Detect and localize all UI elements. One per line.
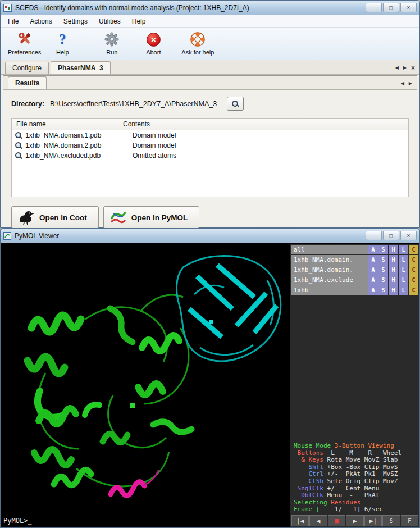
close-button[interactable]: × bbox=[400, 3, 417, 12]
object-a-menu-button[interactable]: A bbox=[368, 275, 378, 285]
lifebuoy-icon bbox=[190, 31, 206, 48]
object-name[interactable]: 1xhb_NMA.exclude bbox=[291, 275, 368, 285]
object-l-menu-button[interactable]: L bbox=[399, 285, 408, 295]
object-a-menu-button[interactable]: A bbox=[368, 255, 378, 265]
object-name[interactable]: 1xhb_NMA.domain. bbox=[291, 265, 368, 275]
question-mark-icon: ? bbox=[59, 31, 66, 48]
close-tab-icon[interactable]: × bbox=[411, 65, 415, 71]
open-in-pymol-button[interactable]: Open in PyMOL bbox=[103, 206, 200, 229]
object-s-menu-button[interactable]: S bbox=[378, 255, 388, 265]
tab-configure[interactable]: Configure bbox=[5, 62, 49, 74]
button-label: Open in PyMOL bbox=[131, 213, 188, 222]
gear-icon bbox=[104, 31, 120, 48]
scroll-left-icon[interactable]: ◀ bbox=[395, 65, 399, 71]
maximize-button[interactable]: □ bbox=[383, 3, 399, 12]
object-l-menu-button[interactable]: L bbox=[399, 275, 408, 285]
object-row: 1xhb_NMA.domain.ASHLC bbox=[291, 255, 418, 265]
results-content: Directory: B:\Users\oeffner\Tests\1XHB_2… bbox=[3, 90, 417, 229]
fullscreen-button[interactable]: F bbox=[401, 515, 418, 526]
close-icon: × bbox=[407, 4, 410, 11]
sceds-titlebar[interactable]: SCEDS - identify domains with normal mod… bbox=[1, 1, 419, 15]
table-row[interactable]: 1xhb_NMA.excluded.pdbOmitted atoms bbox=[12, 151, 408, 161]
file-name-cell: 1xhb_NMA.domain.2.pdb bbox=[25, 142, 122, 149]
mouse-mode-line[interactable]: Frame [ 1/ 1] 6/sec bbox=[294, 506, 418, 513]
pymol-command-prompt[interactable]: PyMOL>_ bbox=[3, 517, 32, 525]
sceds-app-icon bbox=[3, 4, 12, 12]
help-button[interactable]: ? Help bbox=[46, 30, 79, 57]
object-a-menu-button[interactable]: A bbox=[368, 245, 378, 254]
maximize-icon: □ bbox=[389, 4, 392, 11]
table-row[interactable]: 1xhb_NMA.domain.2.pdbDomain model bbox=[12, 140, 408, 151]
files-table-body: 1xhb_NMA.domain.1.pdbDomain model1xhb_NM… bbox=[12, 130, 408, 161]
object-s-menu-button[interactable]: S bbox=[378, 265, 388, 275]
forward-button[interactable]: ▶| bbox=[364, 515, 382, 526]
seq-toggle-button[interactable]: S bbox=[382, 515, 400, 526]
abort-button[interactable]: × Abort bbox=[137, 30, 170, 57]
mouse-mode-label: SnglClk bbox=[294, 485, 323, 492]
object-h-menu-button[interactable]: H bbox=[389, 245, 398, 254]
object-row: 1xhb_NMA.domain.ASHLC bbox=[291, 265, 418, 275]
object-l-menu-button[interactable]: L bbox=[399, 265, 408, 275]
object-c-menu-button[interactable]: C bbox=[409, 275, 418, 285]
object-s-menu-button[interactable]: S bbox=[378, 245, 388, 254]
menu-file[interactable]: File bbox=[3, 16, 24, 26]
pymol-titlebar[interactable]: PyMOL Viewer — □ × bbox=[1, 229, 419, 243]
minimize-icon: — bbox=[371, 233, 377, 239]
object-h-menu-button[interactable]: H bbox=[389, 275, 398, 285]
open-in-coot-button[interactable]: Open in Coot bbox=[11, 206, 99, 229]
menu-actions[interactable]: Actions bbox=[25, 16, 57, 26]
menu-utilities[interactable]: Utilities bbox=[94, 16, 126, 26]
object-s-menu-button[interactable]: S bbox=[378, 285, 388, 295]
object-name[interactable]: all bbox=[291, 245, 368, 254]
object-c-menu-button[interactable]: C bbox=[409, 255, 418, 265]
tab-results[interactable]: Results bbox=[8, 76, 47, 89]
maximize-button[interactable]: □ bbox=[383, 231, 399, 240]
run-button[interactable]: Run bbox=[95, 30, 128, 57]
scroll-right-icon[interactable]: ▶ bbox=[403, 65, 407, 71]
table-row[interactable]: 1xhb_NMA.domain.1.pdbDomain model bbox=[12, 130, 408, 140]
tab-phasernma-3[interactable]: PhaserNMA_3 bbox=[51, 61, 111, 74]
object-h-menu-button[interactable]: H bbox=[389, 265, 398, 275]
minimize-button[interactable]: — bbox=[366, 3, 382, 12]
pymol-3d-viewport[interactable]: PyMOL>_ bbox=[1, 244, 290, 527]
scroll-right-icon[interactable]: ▶ bbox=[409, 81, 412, 87]
minimize-button[interactable]: — bbox=[366, 231, 382, 240]
back-button[interactable]: ◀ bbox=[309, 515, 327, 526]
object-h-menu-button[interactable]: H bbox=[389, 285, 398, 295]
object-name[interactable]: 1xhb bbox=[291, 285, 368, 295]
column-header-file-name[interactable]: File name bbox=[12, 119, 118, 130]
object-a-menu-button[interactable]: A bbox=[368, 285, 378, 295]
object-l-menu-button[interactable]: L bbox=[399, 245, 408, 254]
panel-spacer bbox=[291, 295, 418, 441]
green-selection-marker bbox=[130, 403, 135, 408]
mouse-mode-values: Residues bbox=[327, 499, 361, 506]
menu-settings[interactable]: Settings bbox=[58, 16, 93, 26]
object-c-menu-button[interactable]: C bbox=[409, 265, 418, 275]
column-header-contents[interactable]: Contents bbox=[118, 119, 254, 130]
pymol-body: PyMOL>_ allASHLC1xhb_NMA.domain.ASHLC1xh… bbox=[1, 244, 419, 527]
mouse-mode-label: Mouse Mode bbox=[294, 442, 331, 449]
menu-help[interactable]: Help bbox=[127, 16, 151, 26]
preferences-button[interactable]: Preferences bbox=[5, 30, 44, 57]
object-a-menu-button[interactable]: A bbox=[368, 265, 378, 275]
stop-button[interactable]: ■ bbox=[328, 515, 345, 526]
rewind-button[interactable]: |◀ bbox=[291, 515, 309, 526]
browse-directory-button[interactable] bbox=[227, 97, 244, 111]
ask-for-help-button[interactable]: Ask for help bbox=[179, 30, 217, 57]
mouse-mode-values: Sele Orig Clip MovZ bbox=[323, 477, 398, 485]
scroll-left-icon[interactable]: ◀ bbox=[401, 81, 404, 87]
mouse-mode-values: Menu - PkAt bbox=[323, 491, 379, 499]
tool-label: Abort bbox=[146, 49, 161, 56]
pymol-app-icon bbox=[3, 232, 11, 240]
window-controls: — □ × bbox=[366, 3, 417, 12]
play-button[interactable]: ▶ bbox=[346, 515, 363, 526]
object-c-menu-button[interactable]: C bbox=[409, 245, 418, 254]
close-button[interactable]: × bbox=[400, 231, 417, 240]
object-s-menu-button[interactable]: S bbox=[378, 275, 388, 285]
object-l-menu-button[interactable]: L bbox=[399, 255, 408, 265]
object-c-menu-button[interactable]: C bbox=[409, 285, 418, 295]
object-h-menu-button[interactable]: H bbox=[389, 255, 398, 265]
object-name[interactable]: 1xhb_NMA.domain. bbox=[291, 255, 368, 265]
magnifier-icon bbox=[15, 142, 22, 149]
movie-controls: |◀◀■▶▶|SF bbox=[291, 515, 418, 526]
